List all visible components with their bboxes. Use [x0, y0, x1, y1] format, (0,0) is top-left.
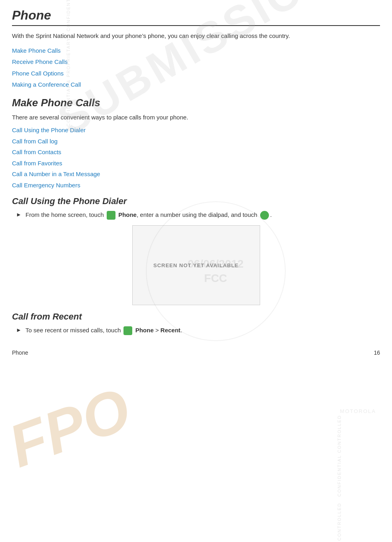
toc-link-receive-phone-calls[interactable]: Receive Phone Calls — [12, 58, 380, 67]
page-title: Phone — [12, 8, 380, 26]
toc-link-make-phone-calls[interactable]: Make Phone Calls — [12, 46, 380, 56]
subsection-heading-call-from-recent: Call from Recent — [12, 312, 380, 322]
bullet-call-using-dialer: ► From the home screen, touch Phone, ent… — [12, 210, 380, 220]
subsection-heading-call-using-dialer: Call Using the Phone Dialer — [12, 196, 380, 206]
bold-phone-label: Phone — [118, 211, 137, 218]
toc-link-making-conference-call[interactable]: Making a Conference Call — [12, 80, 380, 89]
bold-phone-label-recent: Phone — [135, 327, 154, 334]
make-phone-calls-intro: There are several convenient ways to pla… — [12, 113, 380, 122]
call-button-icon — [260, 211, 269, 220]
screen-not-available-text: SCREEN NOT YET AVAILABLE — [153, 262, 239, 268]
sub-link-call-from-contacts[interactable]: Call from Contacts — [12, 148, 380, 157]
footer-section-label: Phone — [12, 349, 28, 356]
sub-link-call-from-favorites[interactable]: Call from Favorites — [12, 159, 380, 168]
sub-link-call-emergency-numbers[interactable]: Call Emergency Numbers — [12, 181, 380, 190]
bullet-call-from-recent: ► To see recent or missed calls, touch P… — [12, 326, 380, 335]
watermark-motorola: MOTOROLA — [340, 408, 376, 414]
watermark-controlled: CONFIDENTIAL CONTROLLED CONFIDENTIAL CON… — [337, 415, 342, 542]
screen-placeholder: SCREEN NOT YET AVAILABLE — [132, 225, 260, 305]
bullet-arrow-icon: ► — [16, 211, 22, 218]
section-heading-make-phone-calls: Make Phone Calls — [12, 97, 380, 109]
bullet-text-call-from-recent: To see recent or missed calls, touch Pho… — [26, 326, 182, 335]
watermark-fpo: FPO — [0, 374, 139, 481]
footer-page-number: 16 — [374, 349, 380, 356]
phone-app-icon — [107, 211, 115, 220]
sub-link-call-using-dialer[interactable]: Call Using the Phone Dialer — [12, 126, 380, 135]
sub-link-call-from-call-log[interactable]: Call from Call log — [12, 137, 380, 146]
bullet-arrow-recent-icon: ► — [16, 327, 22, 333]
intro-paragraph: With the Sprint National Network and you… — [12, 32, 380, 41]
phone-app-icon-recent — [123, 326, 132, 335]
bullet-text-call-using-dialer: From the home screen, touch Phone, enter… — [26, 210, 272, 220]
sub-link-call-number-text-message[interactable]: Call a Number in a Text Message — [12, 170, 380, 179]
page-footer: Phone 16 — [12, 347, 380, 356]
toc-link-phone-call-options[interactable]: Phone Call Options — [12, 69, 380, 78]
bold-recent-label: Recent — [161, 327, 181, 334]
